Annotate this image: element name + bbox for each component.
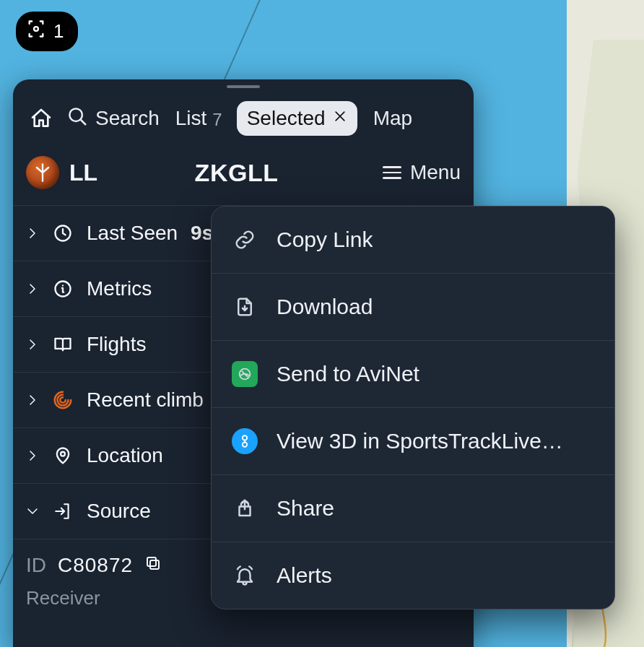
panel-drag-handle[interactable]	[227, 85, 260, 88]
tab-selected[interactable]: Selected	[237, 101, 357, 136]
copy-icon[interactable]	[144, 554, 162, 577]
chevron-right-icon	[26, 227, 39, 240]
tab-list-count: 7	[212, 108, 222, 130]
row-label: Location	[87, 444, 163, 467]
row-label: Last Seen	[87, 222, 178, 245]
menu-item-label: Copy Link	[277, 227, 373, 252]
menu-item-download[interactable]: Download	[212, 274, 614, 341]
menu-item-label: Share	[277, 496, 334, 521]
chevron-right-icon	[26, 394, 39, 407]
sportstracklive-icon	[232, 428, 258, 454]
svg-point-0	[34, 27, 38, 31]
menu-button[interactable]: Menu	[383, 161, 461, 184]
row-label: Recent climb	[87, 388, 204, 412]
swirl-icon	[52, 389, 74, 411]
menu-item-label: Download	[277, 295, 373, 319]
menu-item-avinet[interactable]: Send to AviNet	[212, 341, 614, 408]
targets-count-pill[interactable]: 1	[16, 12, 78, 51]
aircraft-code: LL	[69, 160, 97, 186]
menu-dropdown: Copy Link Download Send to AviNet View 3…	[211, 206, 615, 609]
tab-selected-label: Selected	[247, 107, 326, 130]
menu-item-sportstracklive[interactable]: View 3D in SportsTrackLive…	[212, 408, 614, 475]
tab-list[interactable]: List 7	[175, 107, 222, 130]
menu-item-label: Alerts	[277, 563, 332, 588]
aircraft-callsign: ZKGLL	[97, 159, 383, 187]
row-label: Flights	[87, 333, 146, 356]
search-button[interactable]: Search	[66, 105, 160, 132]
row-label: Source	[87, 500, 151, 523]
pin-icon	[52, 446, 74, 466]
close-icon[interactable]	[333, 109, 347, 128]
search-label: Search	[95, 107, 160, 130]
menu-item-alerts[interactable]: Alerts	[212, 542, 614, 609]
target-icon	[26, 19, 46, 44]
row-label: Metrics	[87, 277, 152, 300]
source-icon	[52, 502, 74, 521]
menu-item-share[interactable]: Share	[212, 475, 614, 542]
menu-item-label: Send to AviNet	[277, 362, 419, 386]
download-icon	[232, 294, 258, 320]
hamburger-icon	[383, 166, 401, 179]
link-icon	[232, 227, 258, 253]
aircraft-header: LL ZKGLL Menu	[13, 146, 474, 205]
chevron-right-icon	[26, 449, 39, 462]
search-icon	[66, 105, 88, 132]
menu-item-copy-link[interactable]: Copy Link	[212, 207, 614, 274]
aircraft-avatar[interactable]	[26, 156, 59, 189]
id-value: C80872	[58, 554, 133, 577]
svg-rect-5	[150, 560, 159, 569]
targets-count: 1	[53, 20, 64, 43]
chevron-down-icon	[26, 505, 39, 518]
share-icon	[232, 495, 258, 521]
avinet-icon	[232, 361, 258, 387]
panel-nav: Search List 7 Selected Map	[13, 79, 474, 146]
svg-point-4	[61, 452, 65, 456]
menu-label: Menu	[410, 161, 461, 184]
menu-item-label: View 3D in SportsTrackLive…	[277, 429, 563, 453]
id-label: ID	[26, 554, 46, 577]
book-icon	[52, 334, 74, 355]
last-seen-value: 9s	[191, 222, 213, 245]
chevron-right-icon	[26, 338, 39, 351]
clock-icon	[52, 223, 74, 243]
chevron-right-icon	[26, 282, 39, 295]
home-button[interactable]	[26, 103, 56, 134]
svg-rect-6	[147, 557, 156, 566]
tab-map[interactable]: Map	[373, 107, 412, 130]
info-icon	[52, 279, 74, 299]
tab-list-label: List	[175, 107, 207, 130]
bell-icon	[232, 563, 258, 589]
